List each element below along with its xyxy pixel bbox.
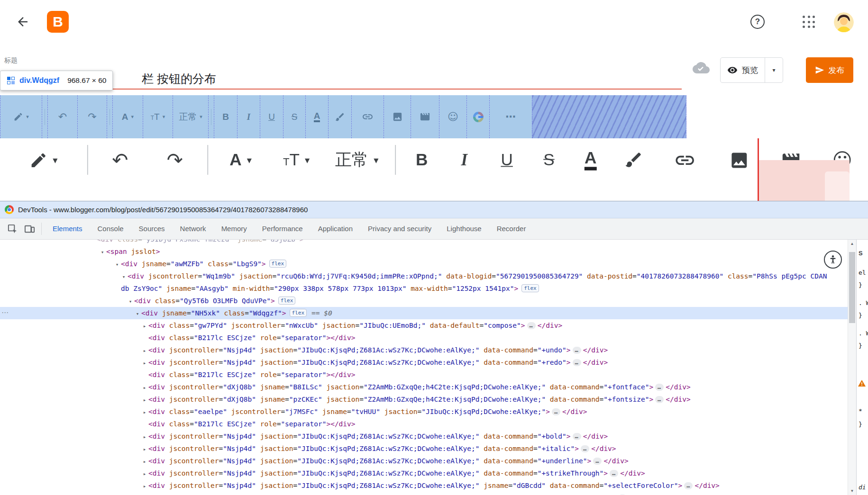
font-button[interactable]: A▾ — [212, 138, 268, 186]
post-body-area[interactable]: ▾↶↷A▾TT▾正常▾BIUSA☺⋯ — [0, 138, 868, 201]
undo-button[interactable]: ↶ — [47, 95, 77, 138]
tab-lighthouse[interactable]: Lighthouse — [439, 218, 489, 240]
insert-link-button[interactable] — [655, 138, 714, 186]
tree-row[interactable]: ▸<div jscontroller="Nsjp4d" jsaction="JI… — [0, 492, 848, 495]
text-color-button[interactable]: A — [305, 95, 328, 138]
paragraph-style-button[interactable]: 正常▾ — [173, 95, 208, 138]
collapse-arrow-icon[interactable]: ▾ — [99, 246, 106, 259]
expand-arrow-icon[interactable]: ▸ — [141, 406, 148, 419]
devtools-titlebar[interactable]: DevTools - www.blogger.com/blog/post/edi… — [0, 201, 868, 218]
compose-mode-button[interactable]: ▾ — [5, 138, 82, 186]
flex-badge[interactable]: flex — [521, 284, 539, 292]
expand-arrow-icon[interactable]: ▸ — [141, 345, 148, 357]
expand-arrow-icon[interactable]: ▸ — [141, 382, 148, 394]
tab-sources[interactable]: Sources — [131, 218, 173, 240]
insert-video-button[interactable] — [411, 95, 439, 138]
italic-button[interactable]: I — [237, 95, 260, 138]
insert-emoji-button[interactable]: ☺ — [439, 95, 466, 138]
accessibility-icon[interactable] — [824, 251, 842, 269]
elements-scrollbar[interactable]: ▲ ▼ — [848, 240, 856, 495]
italic-button[interactable]: I — [443, 138, 485, 186]
tab-application[interactable]: Application — [311, 218, 360, 240]
expand-arrow-icon[interactable]: ▸ — [141, 320, 148, 333]
compose-mode-button[interactable]: ▾ — [0, 95, 42, 138]
collapsed-content-button[interactable]: … — [610, 470, 618, 477]
tree-row[interactable]: ▾<div jscontroller="Wq1m9b" jsaction="rc… — [0, 270, 848, 282]
tree-row[interactable]: <div class="B217lc ESCjze" role="separat… — [0, 332, 848, 344]
tab-console[interactable]: Console — [90, 218, 131, 240]
tree-row[interactable]: ▸<div jscontroller="Nsjp4d" jsaction="JI… — [0, 442, 848, 455]
tree-row[interactable]: ▸<div jscontroller="dXjQ8b" jsname="B8IL… — [0, 381, 848, 393]
avatar[interactable] — [834, 12, 854, 32]
collapsed-content-button[interactable]: … — [684, 482, 693, 489]
collapsed-content-button[interactable]: … — [552, 408, 560, 415]
expand-arrow-icon[interactable]: ▸ — [141, 443, 148, 456]
tree-row[interactable]: ▸<div jscontroller="Nsjp4d" jsaction="JI… — [0, 344, 848, 356]
collapsed-content-button[interactable]: … — [527, 322, 536, 329]
insert-image-button[interactable] — [714, 138, 764, 186]
flex-badge[interactable]: flex — [290, 309, 307, 317]
blogger-logo[interactable]: B — [47, 11, 69, 33]
tree-row[interactable]: ▸<div jscontroller="Nsjp4d" jsaction="JI… — [0, 356, 848, 369]
expand-arrow-icon[interactable]: ▸ — [141, 357, 148, 369]
underline-button[interactable]: U — [260, 95, 283, 138]
title-input[interactable]: 栏 按钮的分布 — [142, 71, 216, 87]
collapse-arrow-icon[interactable]: ▾ — [113, 259, 121, 271]
scrollbar-thumb[interactable] — [849, 252, 855, 323]
collapsed-content-button[interactable]: … — [581, 445, 589, 452]
bold-button[interactable]: B — [214, 95, 237, 138]
tab-performance[interactable]: Performance — [255, 218, 311, 240]
insert-image-button[interactable] — [384, 95, 411, 138]
preview-dropdown-button[interactable]: ▾ — [765, 58, 783, 82]
strikethrough-button[interactable]: S — [528, 138, 569, 186]
tree-row[interactable]: ▸<div jscontroller="Nsjp4d" jsaction="JI… — [0, 479, 848, 492]
tree-row[interactable]: ▸<div class="eaelpe" jscontroller="j7MSF… — [0, 405, 848, 418]
strikethrough-button[interactable]: S — [283, 95, 305, 138]
tree-row[interactable]: ▾<span jsslot> — [0, 245, 848, 258]
collapse-arrow-icon[interactable]: ▾ — [134, 308, 141, 320]
preview-button[interactable]: 预览 ▾ — [720, 57, 783, 83]
tree-row[interactable]: ▾<div jsname="NH5xk" class="Wdqgzf">flex… — [0, 307, 848, 319]
font-size-button[interactable]: TT▾ — [269, 138, 324, 186]
collapsed-content-button[interactable]: … — [655, 384, 664, 391]
tree-row[interactable]: ▸<div jscontroller="Nsjp4d" jsaction="JI… — [0, 430, 848, 442]
expand-arrow-icon[interactable]: ▸ — [141, 468, 148, 480]
collapsed-content-button[interactable]: … — [573, 433, 581, 440]
insert-link-button[interactable] — [351, 95, 384, 138]
tree-row[interactable]: ▸<div jscontroller="Nsjp4d" jsaction="JI… — [0, 467, 848, 479]
tree-row[interactable]: <div class="y5IDjd FxSkmc fmzczd" jsname… — [0, 240, 848, 245]
redo-button[interactable]: ↷ — [148, 138, 202, 186]
text-color-button[interactable]: A — [569, 138, 612, 186]
tree-row[interactable]: <div class="B217lc ESCjze" role="separat… — [0, 418, 848, 430]
tree-row[interactable]: ▾<div class="Qy5T6b O3LMFb QduVPe">flex — [0, 295, 848, 307]
flex-badge[interactable]: flex — [278, 297, 296, 305]
collapse-arrow-icon[interactable]: ▾ — [127, 296, 134, 308]
tab-elements[interactable]: Elements — [45, 218, 90, 240]
tree-row[interactable]: ▸<div jscontroller="dXjQ8b" jsname="pzCK… — [0, 393, 848, 405]
publish-button[interactable]: 发布 — [806, 57, 853, 83]
bold-button[interactable]: B — [400, 138, 443, 186]
inspect-element-button[interactable] — [5, 222, 19, 236]
expand-arrow-icon[interactable]: ▸ — [141, 493, 148, 495]
tree-row[interactable]: ▸<div jscontroller="Nsjp4d" jsaction="JI… — [0, 455, 848, 467]
expand-arrow-icon[interactable]: ▸ — [141, 456, 148, 468]
google-apps-button[interactable] — [803, 16, 816, 29]
undo-button[interactable]: ↶ — [92, 138, 148, 186]
tree-row[interactable]: <div class="B217lc ESCjze" role="separat… — [0, 369, 848, 381]
scroll-up-arrow[interactable]: ▲ — [848, 242, 856, 246]
expand-arrow-icon[interactable]: ▸ — [141, 431, 148, 443]
collapsed-content-button[interactable]: … — [655, 396, 664, 403]
collapsed-content-button[interactable]: … — [573, 347, 581, 354]
collapsed-content-button[interactable]: … — [593, 458, 602, 465]
scroll-down-arrow[interactable]: ▼ — [848, 489, 856, 493]
collapse-arrow-icon[interactable]: ▾ — [120, 271, 128, 283]
font-button[interactable]: A▾ — [112, 95, 143, 138]
tree-row[interactable]: db ZsY9oc" jsname="AAsgyb" min-width="29… — [0, 282, 848, 295]
font-size-button[interactable]: TT▾ — [143, 95, 173, 138]
highlight-color-button[interactable] — [612, 138, 655, 186]
device-toolbar-button[interactable] — [22, 222, 37, 236]
google-button[interactable] — [466, 95, 489, 138]
collapsed-content-button[interactable]: … — [573, 359, 581, 366]
expand-arrow-icon[interactable]: ▸ — [141, 480, 148, 493]
more-options-button[interactable]: ⋯ — [489, 95, 532, 138]
